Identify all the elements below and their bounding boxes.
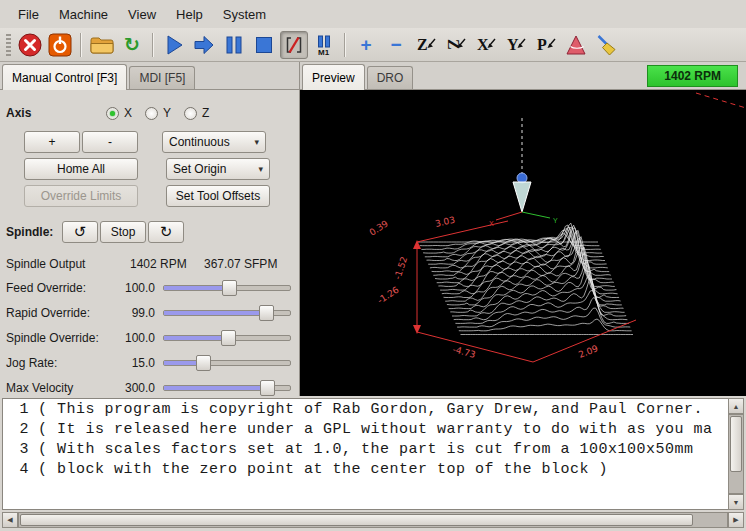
line-number: 1: [7, 400, 29, 420]
spindle-override-slider[interactable]: [163, 329, 291, 347]
run-icon: [161, 32, 187, 58]
tab-mdi[interactable]: MDI [F5]: [129, 66, 195, 89]
linuxcnc-window: File Machine View Help System: [0, 0, 746, 531]
zoom-out-button[interactable]: −: [382, 31, 410, 59]
slider-thumb[interactable]: [196, 355, 211, 371]
axis-radio-y[interactable]: Y: [145, 106, 171, 120]
slider-thumb[interactable]: [259, 305, 274, 321]
scroll-up-icon[interactable]: ▲: [728, 398, 744, 414]
feed-override-label: Feed Override:: [6, 281, 113, 295]
line-text: ( block with the zero point at the cente…: [38, 460, 608, 480]
view-perspective-button[interactable]: P: [532, 31, 560, 59]
vertical-scrollbar[interactable]: ▲ ▼: [728, 398, 744, 510]
optional-pause-icon: M1: [312, 33, 336, 57]
menu-help[interactable]: Help: [166, 3, 213, 26]
scroll-left-icon[interactable]: ◀: [2, 512, 18, 528]
view-z-rotated-icon: Z: [444, 33, 469, 57]
slider-thumb[interactable]: [221, 330, 236, 346]
estop-button[interactable]: [16, 31, 44, 59]
max-velocity-value: 300.0: [113, 381, 155, 395]
menu-machine[interactable]: Machine: [49, 3, 118, 26]
svg-text:M1: M1: [318, 48, 330, 57]
view-y-button[interactable]: Y: [502, 31, 530, 59]
axis-radio-x[interactable]: X: [106, 106, 132, 120]
gcode-line[interactable]: 2 ( It is released here under a GPL with…: [7, 420, 728, 440]
scroll-down-icon[interactable]: ▼: [728, 494, 744, 510]
vscroll-thumb[interactable]: [730, 416, 742, 472]
backplot-canvas[interactable]: 0.39 -1.52 -1.26 -4.73 2.09 3.03 X Y: [300, 90, 746, 399]
view-z-rotated-button[interactable]: Z: [442, 31, 470, 59]
set-tool-offsets-button[interactable]: Set Tool Offsets: [166, 185, 270, 207]
svg-text:P: P: [537, 36, 547, 53]
open-file-button[interactable]: [88, 31, 116, 59]
menu-view[interactable]: View: [118, 3, 166, 26]
stop-button[interactable]: [250, 31, 278, 59]
toolbar-grip[interactable]: [6, 34, 11, 56]
backplot-svg: 0.39 -1.52 -1.26 -4.73 2.09 3.03 X Y: [300, 90, 746, 396]
menu-system[interactable]: System: [213, 3, 276, 26]
run-step-button[interactable]: [190, 31, 218, 59]
tab-preview-label: Preview: [312, 71, 355, 85]
tab-manual-control[interactable]: Manual Control [F3]: [2, 64, 127, 90]
gcode-line[interactable]: 3 ( With scales factors set at 1.0, the …: [7, 440, 728, 460]
spindle-stop-button[interactable]: Stop: [100, 221, 146, 243]
spindle-forward-button[interactable]: ↻: [148, 221, 184, 243]
view-x-icon: X: [474, 33, 499, 57]
spindle-rpm-value: 1402 RPM: [130, 257, 204, 271]
axis-radio-z[interactable]: Z: [184, 106, 209, 120]
spindle-reverse-button[interactable]: ↺: [62, 221, 98, 243]
jog-mode-dropdown[interactable]: Continuous ▾: [162, 131, 266, 153]
spindle-rpm-badge: 1402 RPM: [647, 65, 738, 87]
menu-file[interactable]: File: [8, 3, 49, 26]
max-velocity-slider[interactable]: [163, 379, 291, 397]
view-x-button[interactable]: X: [472, 31, 500, 59]
toolbar-separator: [344, 33, 346, 57]
override-limits-button[interactable]: Override Limits: [24, 185, 138, 207]
axis-label: Axis: [6, 106, 106, 120]
scroll-right-icon[interactable]: ▶: [728, 512, 744, 528]
jog-minus-button[interactable]: -: [82, 131, 138, 153]
tab-preview[interactable]: Preview: [302, 64, 365, 90]
rapid-override-slider[interactable]: [163, 304, 291, 322]
jog-rate-row: Jog Rate: 15.0: [6, 351, 293, 375]
zoom-in-icon: +: [360, 35, 371, 54]
jog-plus-button[interactable]: +: [24, 131, 80, 153]
gcode-line[interactable]: 4 ( block with the zero point at the cen…: [7, 460, 728, 480]
tab-dro[interactable]: DRO: [367, 66, 414, 89]
axis-row: Axis X Y Z: [6, 100, 293, 126]
clear-plot-button[interactable]: [592, 31, 620, 59]
slider-fill: [164, 336, 229, 340]
slider-thumb[interactable]: [260, 380, 275, 396]
gcode-line[interactable]: 1 ( This program is copyright of Rab Gor…: [7, 400, 728, 420]
slider-thumb[interactable]: [222, 280, 237, 296]
horizontal-scrollbar[interactable]: ◀ ▶: [2, 512, 744, 528]
spindle-row: Spindle: ↺ Stop ↻: [6, 219, 293, 245]
svg-text:X: X: [477, 36, 489, 53]
optional-pause-toggle[interactable]: M1: [310, 31, 338, 59]
jog-rate-slider[interactable]: [163, 354, 291, 372]
gcode-listing[interactable]: 1 ( This program is copyright of Rab Gor…: [2, 398, 728, 510]
reload-icon: ↻: [124, 35, 140, 54]
vscroll-track[interactable]: [728, 414, 744, 494]
rotate-view-button[interactable]: [562, 31, 590, 59]
pause-icon: [221, 32, 247, 58]
gcode-area: 1 ( This program is copyright of Rab Gor…: [0, 396, 746, 531]
slider-fill: [164, 311, 271, 315]
set-origin-dropdown[interactable]: Set Origin ▾: [166, 158, 270, 180]
skip-lines-toggle[interactable]: [280, 31, 308, 59]
hscroll-thumb[interactable]: [20, 514, 693, 526]
feed-override-row: Feed Override: 100.0: [6, 276, 293, 300]
feed-override-slider[interactable]: [163, 279, 291, 297]
toolbar: ↻: [0, 28, 746, 62]
reload-button[interactable]: ↻: [118, 31, 146, 59]
run-button[interactable]: [160, 31, 188, 59]
tab-mdi-label: MDI [F5]: [139, 71, 185, 85]
view-z-button[interactable]: Z: [412, 31, 440, 59]
machine-power-button[interactable]: [46, 31, 74, 59]
zoom-in-button[interactable]: +: [352, 31, 380, 59]
pause-button[interactable]: [220, 31, 248, 59]
home-row: Home All Set Origin ▾: [6, 157, 293, 181]
home-all-button[interactable]: Home All: [24, 158, 138, 180]
toolbar-separator: [152, 33, 154, 57]
hscroll-track[interactable]: [18, 512, 728, 528]
